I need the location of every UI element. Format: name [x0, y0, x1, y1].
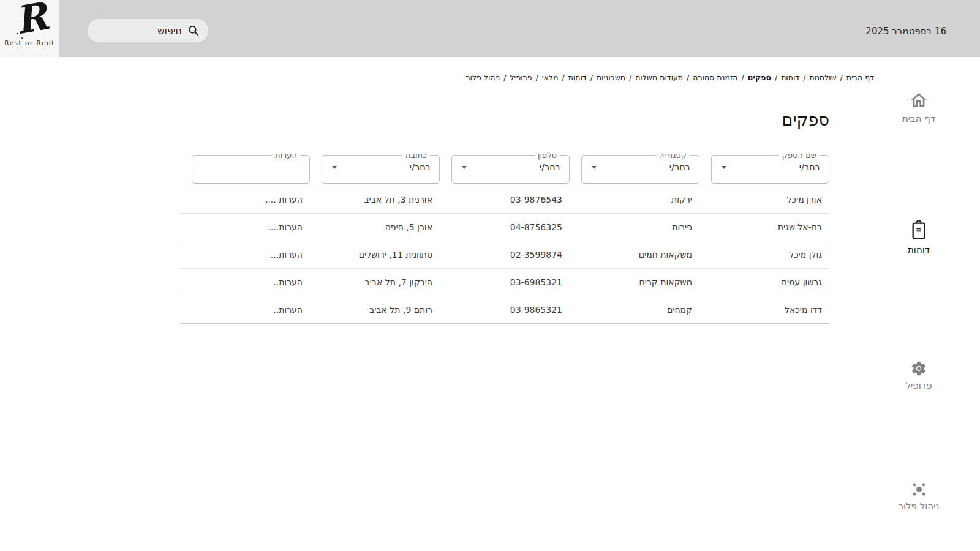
- chevron-down-icon: [722, 166, 726, 169]
- table-row: דדו מיכאל קמחים 03-9865321 רותם 9, תל אב…: [180, 296, 829, 324]
- breadcrumb-separator: /: [503, 73, 506, 82]
- breadcrumb-item[interactable]: ספקים: [748, 73, 771, 82]
- cell-address: אורנית 3, תל אביב: [310, 195, 440, 204]
- filter-supplier-name-select[interactable]: שם הספק בחר/י: [711, 151, 829, 184]
- gear-icon: [910, 360, 927, 377]
- filter-phone-select[interactable]: טלפון בחר/י: [451, 151, 570, 184]
- cell-notes: הערות..: [180, 305, 310, 315]
- filter-selected-value: בחר/י: [799, 162, 820, 172]
- cell-address: הירקון 7, תל אביב: [310, 277, 440, 287]
- logo-caption: Rest or Rent: [4, 39, 55, 47]
- cell-notes: הערות ....: [180, 195, 310, 204]
- chevron-down-icon: [592, 166, 597, 169]
- cell-address: סתוונית 11, ירושלים: [310, 250, 440, 260]
- cell-category: משקאות קרים: [570, 277, 699, 287]
- sidebar-item-floor-management[interactable]: ניהול פלור: [881, 481, 957, 512]
- breadcrumb-item[interactable]: דף הבית: [846, 73, 874, 82]
- cell-supplier-name: גולן מיכל: [699, 250, 829, 260]
- sidebar-item-label: דוחות: [908, 244, 930, 255]
- cell-category: פירות: [570, 222, 699, 232]
- breadcrumb-separator: /: [687, 73, 689, 82]
- cell-notes: הערות..: [180, 277, 310, 287]
- svg-text:R: R: [12, 0, 53, 43]
- breadcrumb-item[interactable]: דוחות: [781, 73, 799, 82]
- filter-label: קטגוריה: [656, 151, 690, 160]
- sidebar-item-label: פרופיל: [905, 380, 932, 391]
- breadcrumb-separator: /: [535, 73, 538, 82]
- cell-supplier-name: אורן מיכל: [699, 195, 829, 204]
- table-row: בת-אל שגית פירות 04-8756325 אורן 5, חיפה…: [180, 214, 829, 241]
- filter-selected-value: בחר/י: [540, 162, 560, 172]
- breadcrumb-separator: /: [562, 73, 564, 82]
- cell-address: רותם 9, תל אביב: [310, 305, 440, 315]
- chevron-down-icon: [462, 166, 467, 169]
- filter-selected-value: בחר/י: [410, 162, 431, 172]
- chevron-down-icon: [332, 166, 337, 169]
- filter-label: כתובת: [402, 151, 430, 160]
- breadcrumb-item[interactable]: חשבוניות: [597, 73, 625, 82]
- sidebar-item-label: ניהול פלור: [899, 501, 940, 512]
- table-row: אורן מיכל ירקות 03-9876543 אורנית 3, תל …: [180, 186, 829, 214]
- cell-phone: 02-3599874: [440, 250, 570, 260]
- search-box[interactable]: [88, 19, 208, 42]
- cell-supplier-name: דדו מיכאל: [699, 305, 829, 315]
- filter-category-select[interactable]: קטגוריה בחר/י: [581, 151, 699, 184]
- cell-phone: 04-8756325: [440, 222, 570, 232]
- table-row: גרשון עמית משקאות קרים 03-6985321 הירקון…: [180, 269, 829, 296]
- search-input[interactable]: [108, 25, 182, 37]
- breadcrumb-item[interactable]: דוחות: [568, 73, 587, 82]
- current-date: 16 בספטמבר 2025: [865, 26, 946, 37]
- breadcrumb-item[interactable]: פרופיל: [510, 73, 532, 82]
- breadcrumb-separator: /: [741, 73, 744, 82]
- clipboard-icon: [909, 219, 929, 241]
- breadcrumb-item[interactable]: תעודות משלוח: [635, 73, 683, 82]
- breadcrumb-separator: /: [590, 73, 593, 82]
- breadcrumb-separator: /: [629, 73, 631, 82]
- cell-category: קמחים: [570, 305, 699, 315]
- breadcrumb-separator: /: [775, 73, 777, 82]
- filter-notes-field[interactable]: הערות: [192, 151, 310, 184]
- floor-management-icon: [911, 481, 927, 498]
- breadcrumb-item[interactable]: שולחנות: [809, 73, 836, 82]
- cell-category: ירקות: [570, 195, 699, 204]
- logo-r-icon: R: [4, 0, 56, 43]
- breadcrumb-separator: /: [840, 73, 843, 82]
- sidebar-item-reports[interactable]: דוחות: [881, 219, 957, 255]
- breadcrumb: דף הבית / שולחנות / דוחות / ספקים / הזמנ…: [466, 73, 874, 82]
- filter-label: שם הספק: [779, 151, 820, 160]
- cell-phone: 03-9876543: [440, 195, 570, 204]
- sidebar-item-profile[interactable]: פרופיל: [881, 360, 957, 391]
- search-icon: [187, 24, 200, 37]
- filter-label: טלפון: [535, 151, 560, 160]
- notes-filter-input[interactable]: [198, 161, 303, 179]
- table-row: גולן מיכל משקאות חמים 02-3599874 סתוונית…: [180, 241, 829, 269]
- filters-row: שם הספק בחר/י קטגוריה בחר/י טלפון בחר/י …: [180, 151, 829, 184]
- breadcrumb-item[interactable]: מלאי: [542, 73, 559, 82]
- home-icon: [909, 91, 929, 110]
- breadcrumb-item[interactable]: הזמנת סחורה: [693, 73, 737, 82]
- cell-category: משקאות חמים: [570, 250, 699, 260]
- cell-supplier-name: גרשון עמית: [699, 277, 829, 287]
- cell-phone: 03-6985321: [440, 277, 570, 287]
- cell-notes: הערות...: [180, 250, 310, 260]
- app-logo[interactable]: R Rest or Rent: [0, 0, 59, 57]
- cell-address: אורן 5, חיפה: [310, 222, 440, 232]
- filter-label: הערות: [272, 151, 300, 160]
- filter-selected-value: בחר/י: [669, 162, 690, 172]
- cell-supplier-name: בת-אל שגית: [699, 222, 829, 232]
- page-title: ספקים: [782, 110, 830, 129]
- cell-phone: 03-9865321: [440, 305, 570, 315]
- breadcrumb-separator: /: [803, 73, 805, 82]
- filter-address-select[interactable]: כתובת בחר/י: [322, 151, 440, 184]
- sidebar-item-home[interactable]: דף הבית: [881, 91, 957, 124]
- breadcrumb-item[interactable]: ניהול פלור: [466, 73, 500, 82]
- cell-notes: הערות....: [180, 222, 310, 232]
- suppliers-table: אורן מיכל ירקות 03-9876543 אורנית 3, תל …: [180, 186, 829, 324]
- sidebar-item-label: דף הבית: [902, 113, 935, 124]
